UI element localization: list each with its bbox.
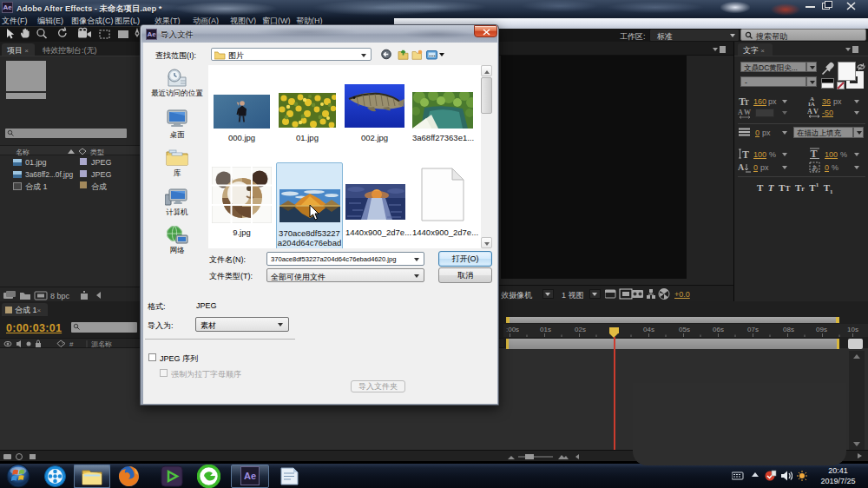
svg-text:01s: 01s	[540, 326, 551, 333]
svg-text:08s: 08s	[783, 326, 794, 333]
svg-text:A: A	[807, 108, 812, 115]
svg-text:07s: 07s	[747, 326, 759, 333]
svg-text:04s: 04s	[643, 326, 654, 333]
svg-text:IA: IA	[808, 101, 815, 107]
svg-text:A: A	[738, 109, 743, 116]
svg-text:#: #	[69, 340, 74, 348]
svg-text::00s: :00s	[506, 326, 519, 333]
svg-text:V: V	[813, 108, 819, 115]
svg-text:W: W	[744, 109, 751, 116]
svg-text:あ: あ	[812, 164, 819, 172]
svg-text:8 bpc: 8 bpc	[50, 292, 70, 300]
svg-text:05s: 05s	[679, 326, 690, 333]
svg-text:源名称: 源名称	[91, 340, 112, 348]
svg-text:T: T	[742, 148, 749, 160]
svg-text:02s: 02s	[575, 326, 586, 333]
svg-text:10s: 10s	[847, 326, 858, 333]
svg-text:A: A	[738, 162, 745, 172]
svg-text:T: T	[811, 148, 818, 160]
svg-text:06s: 06s	[713, 326, 724, 333]
svg-text:09s: 09s	[816, 326, 827, 333]
svg-text:T: T	[744, 98, 749, 106]
